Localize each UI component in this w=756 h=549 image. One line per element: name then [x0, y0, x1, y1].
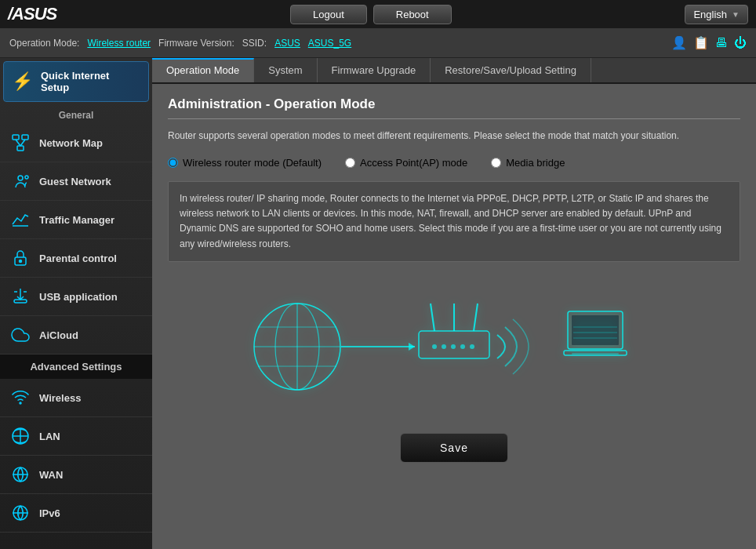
svg-line-4 [20, 140, 25, 146]
usb-icon[interactable]: 🖶 [715, 36, 728, 50]
top-bar: /ASUS Logout Reboot English ▼ [0, 0, 756, 28]
media-bridge-label: Media bridge [506, 157, 565, 169]
asus-logo: /ASUS [8, 4, 56, 24]
quick-setup-icon: ⚡ [12, 71, 33, 92]
reboot-button[interactable]: Reboot [373, 5, 452, 24]
media-bridge-radio[interactable] [491, 158, 501, 168]
quick-internet-setup[interactable]: ⚡ Quick Internet Setup [3, 61, 149, 102]
sidebar-item-label: Guest Network [39, 176, 111, 187]
tab-restore-save[interactable]: Restore/Save/Upload Setting [431, 58, 591, 82]
sidebar-item-guest-network[interactable]: Guest Network [0, 162, 152, 201]
sidebar-item-label: Traffic Manager [39, 214, 114, 226]
svg-point-34 [442, 344, 446, 349]
sidebar-item-parental-control[interactable]: Parental control [0, 239, 152, 278]
page-title: Administration - Operation Mode [168, 96, 740, 119]
sidebar-item-label: IPv6 [39, 507, 60, 519]
content-area: Operation Mode System Firmware Upgrade R… [152, 58, 756, 549]
page-content: Administration - Operation Mode Router s… [152, 84, 756, 549]
svg-line-3 [16, 140, 20, 146]
sidebar-item-traffic-manager[interactable]: Traffic Manager [0, 201, 152, 239]
ssid-label: SSID: [242, 38, 267, 49]
sidebar-item-network-map[interactable]: Network Map [0, 124, 152, 162]
usb-application-icon [9, 285, 31, 307]
sidebar-item-label: AiCloud [39, 329, 78, 341]
tab-firmware-upgrade[interactable]: Firmware Upgrade [318, 58, 431, 82]
traffic-manager-icon [9, 209, 31, 231]
sidebar-item-label: LAN [39, 431, 60, 442]
mode-wireless-router[interactable]: Wireless router mode (Default) [168, 157, 322, 169]
mode-access-point[interactable]: Access Point(AP) mode [345, 157, 467, 169]
save-area: Save [168, 433, 740, 463]
tabs: Operation Mode System Firmware Upgrade R… [152, 58, 756, 84]
svg-rect-44 [572, 353, 619, 354]
top-bar-center: Logout Reboot [56, 5, 685, 24]
quick-setup-label: Quick Internet Setup [41, 70, 140, 93]
aicloud-icon [9, 324, 31, 346]
diagram-area [168, 276, 740, 425]
advanced-settings-label: Advanced Settings [0, 354, 152, 379]
wan-icon [9, 464, 31, 485]
wireless-router-radio[interactable] [168, 158, 178, 168]
svg-point-13 [20, 402, 21, 404]
svg-point-37 [470, 344, 474, 349]
operation-mode-value: Wireless router [87, 38, 151, 49]
lan-icon [9, 425, 31, 447]
svg-rect-0 [13, 135, 19, 140]
network-map-icon [9, 132, 31, 154]
ipv6-icon: 6 [9, 502, 31, 524]
sidebar-item-wan[interactable]: WAN [0, 456, 152, 494]
svg-line-30 [431, 304, 434, 331]
svg-point-36 [460, 344, 465, 349]
svg-line-32 [474, 304, 478, 331]
sidebar-item-label: USB application [39, 291, 118, 303]
svg-marker-28 [409, 343, 415, 351]
svg-point-6 [25, 176, 28, 179]
copy-icon[interactable]: 📋 [693, 35, 709, 50]
mode-media-bridge[interactable]: Media bridge [491, 157, 565, 169]
tab-system[interactable]: System [254, 58, 317, 82]
ssid-2g-value: ASUS [274, 38, 300, 49]
sidebar-item-wireless[interactable]: Wireless [0, 379, 152, 417]
sidebar: ⚡ Quick Internet Setup General Network M… [0, 58, 152, 549]
operation-mode-label: Operation Mode: [9, 38, 79, 49]
sidebar-item-ipv6[interactable]: 6 IPv6 [0, 494, 152, 533]
sidebar-item-label: Parental control [39, 253, 117, 264]
user-icon[interactable]: 👤 [671, 35, 687, 50]
svg-point-33 [432, 344, 437, 349]
logout-button[interactable]: Logout [290, 5, 367, 24]
svg-rect-2 [17, 146, 24, 151]
svg-text:6: 6 [17, 511, 20, 516]
access-point-label: Access Point(AP) mode [360, 157, 467, 169]
chevron-down-icon: ▼ [732, 10, 740, 19]
save-button[interactable]: Save [400, 433, 508, 463]
svg-point-35 [451, 344, 456, 349]
wireless-icon [9, 387, 31, 409]
svg-point-9 [20, 260, 22, 263]
firmware-label: Firmware Version: [158, 38, 234, 49]
sidebar-item-lan[interactable]: LAN [0, 417, 152, 456]
general-section-label: General [0, 105, 152, 124]
main-layout: ⚡ Quick Internet Setup General Network M… [0, 58, 756, 549]
sidebar-item-usb-application[interactable]: USB application [0, 278, 152, 316]
header-bar: Operation Mode: Wireless router Firmware… [0, 28, 756, 58]
guest-network-icon [9, 170, 31, 192]
sidebar-item-label: Wireless [39, 392, 81, 404]
sidebar-item-label: Network Map [39, 137, 103, 149]
mode-description: In wireless router/ IP sharing mode, Rou… [168, 181, 740, 262]
wireless-router-label: Wireless router mode (Default) [183, 157, 322, 169]
language-selector[interactable]: English ▼ [685, 5, 748, 24]
svg-rect-10 [14, 300, 27, 303]
svg-point-5 [18, 176, 23, 180]
svg-rect-1 [22, 135, 28, 140]
network-diagram [250, 284, 658, 409]
access-point-radio[interactable] [345, 158, 355, 168]
radio-group: Wireless router mode (Default) Access Po… [168, 157, 740, 169]
svg-rect-39 [572, 315, 619, 345]
sidebar-item-label: WAN [39, 469, 63, 481]
page-description: Router supports several operation modes … [168, 129, 740, 143]
tab-operation-mode[interactable]: Operation Mode [152, 58, 254, 82]
parental-control-icon [9, 247, 31, 269]
power-icon[interactable]: ⏻ [734, 36, 747, 50]
sidebar-item-aicloud[interactable]: AiCloud [0, 316, 152, 354]
header-icons: 👤 📋 🖶 ⏻ [671, 35, 747, 50]
